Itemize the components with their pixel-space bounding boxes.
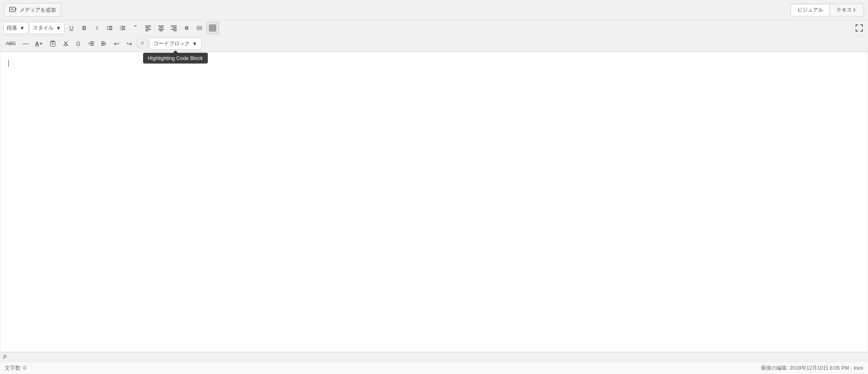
text-color-button[interactable]: A ▼: [32, 38, 46, 50]
help-button[interactable]: ?: [136, 38, 148, 49]
code-block-label: コードブロック: [153, 40, 190, 47]
fullscreen-icon: [855, 24, 863, 32]
svg-rect-7: [109, 29, 112, 30]
toolbar-row-1: 段落 ▼ スタイル ▼ U B I 123: [0, 20, 868, 36]
help-icon: ?: [141, 41, 143, 47]
svg-rect-13: [121, 29, 125, 30]
italic-button[interactable]: I: [91, 22, 103, 34]
hr-button[interactable]: [193, 22, 205, 34]
add-media-button[interactable]: メディアを追加: [4, 3, 61, 17]
svg-rect-11: [121, 28, 125, 28]
svg-rect-41: [90, 43, 94, 44]
horizontal-rule-icon: —: [22, 40, 29, 47]
table-icon: [209, 24, 216, 32]
svg-rect-22: [171, 26, 177, 26]
svg-rect-6: [107, 29, 108, 30]
svg-rect-43: [101, 42, 105, 42]
text-color-icon: A: [35, 40, 39, 47]
table-button[interactable]: [206, 22, 219, 34]
link-icon: [183, 25, 190, 31]
svg-rect-4: [107, 28, 108, 28]
editor-content[interactable]: [0, 52, 868, 352]
undo-button[interactable]: ↩: [111, 38, 123, 50]
svg-rect-18: [158, 26, 164, 26]
svg-rect-28: [197, 30, 202, 30]
word-count: 文字数: 0: [5, 364, 26, 372]
indent-button[interactable]: [98, 38, 110, 50]
code-block-wrapper: コードブロック ▼ Highlighting Code Block: [149, 38, 202, 50]
bold-icon: B: [82, 25, 86, 31]
align-center-icon: [158, 25, 164, 31]
bullet-list-icon: [107, 25, 113, 31]
outdent-icon: [88, 40, 94, 47]
top-bar: メディアを追加 ビジュアル テキスト: [0, 0, 868, 20]
svg-rect-24: [171, 29, 177, 30]
svg-rect-2: [107, 26, 108, 27]
bold-button[interactable]: B: [78, 22, 90, 34]
code-block-dropdown-icon: ▼: [192, 41, 197, 47]
blockquote-icon: ": [134, 24, 137, 32]
align-right-button[interactable]: [168, 22, 180, 34]
clear-formatting-button[interactable]: [60, 38, 72, 50]
svg-rect-0: [10, 7, 15, 12]
svg-rect-21: [159, 30, 163, 31]
fullscreen-button[interactable]: [854, 22, 865, 34]
view-tabs: ビジュアル テキスト: [790, 4, 864, 16]
code-block-button[interactable]: コードブロック ▼: [149, 38, 202, 50]
svg-rect-27: [197, 26, 202, 26]
underline-button[interactable]: U: [66, 22, 78, 34]
svg-rect-23: [173, 27, 177, 28]
svg-rect-25: [173, 30, 177, 31]
strikethrough-icon: ABC: [6, 41, 16, 46]
svg-rect-16: [145, 29, 151, 30]
paragraph-indicator: P: [3, 354, 7, 360]
add-media-icon: [9, 6, 17, 14]
special-chars-button[interactable]: Ω: [72, 38, 84, 50]
align-center-button[interactable]: [155, 22, 167, 34]
align-left-icon: [145, 25, 151, 31]
svg-rect-14: [145, 26, 151, 26]
numbered-list-button[interactable]: 123: [117, 22, 129, 34]
style-select[interactable]: スタイル ▼: [29, 22, 65, 34]
text-tab[interactable]: テキスト: [830, 4, 864, 16]
toolbar-area: 段落 ▼ スタイル ▼ U B I 123: [0, 20, 868, 52]
svg-rect-45: [101, 45, 105, 46]
undo-icon: ↩: [114, 40, 119, 48]
svg-rect-26: [197, 28, 202, 28]
visual-tab[interactable]: ビジュアル: [790, 4, 830, 16]
redo-button[interactable]: ↪: [123, 38, 135, 50]
redo-icon: ↪: [127, 40, 132, 48]
toolbar-row-2: ABC — A ▼: [0, 36, 868, 51]
editor-cursor: [8, 60, 9, 67]
style-label: スタイル: [33, 24, 54, 32]
svg-rect-20: [158, 29, 164, 30]
bullet-list-button[interactable]: [104, 22, 116, 34]
clear-formatting-icon: [62, 40, 69, 47]
special-chars-icon: Ω: [76, 40, 80, 47]
svg-rect-9: [121, 26, 125, 27]
align-right-icon: [171, 25, 177, 31]
style-chevron: ▼: [56, 25, 61, 31]
svg-rect-3: [109, 26, 112, 27]
add-media-label: メディアを追加: [20, 6, 56, 14]
blockquote-button[interactable]: ": [129, 22, 141, 34]
svg-rect-15: [145, 27, 149, 28]
last-edited: 最後の編集: 2018年12月10日 8:05 PM - loos: [761, 364, 864, 372]
paste-text-button[interactable]: [47, 38, 59, 50]
strikethrough-button[interactable]: ABC: [3, 38, 19, 50]
paragraph-label: 段落: [7, 24, 17, 32]
svg-rect-40: [90, 42, 94, 42]
horizontal-rule-button[interactable]: —: [20, 38, 32, 50]
text-color-chevron: ▼: [39, 42, 43, 46]
paragraph-select[interactable]: 段落 ▼: [3, 22, 28, 34]
word-count-bar: 文字数: 0 最後の編集: 2018年12月10日 8:05 PM - loos: [0, 362, 868, 374]
outdent-button[interactable]: [85, 38, 97, 50]
editor-wrapper: メディアを追加 ビジュアル テキスト 段落 ▼ スタイル ▼ U B: [0, 0, 868, 374]
italic-icon: I: [96, 25, 98, 31]
link-button[interactable]: [181, 22, 193, 34]
underline-icon: U: [70, 25, 74, 31]
align-left-button[interactable]: [142, 22, 154, 34]
svg-rect-5: [109, 28, 112, 28]
svg-rect-42: [90, 45, 94, 46]
svg-rect-19: [159, 27, 163, 28]
